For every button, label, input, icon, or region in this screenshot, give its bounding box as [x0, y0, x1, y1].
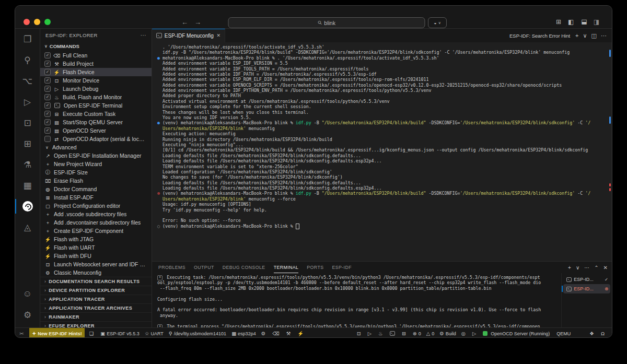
monitor-device-icon[interactable]: ⊡	[354, 328, 365, 338]
explorer-icon[interactable]: ❐	[15, 29, 40, 50]
tab-esp-idf-menuconfig[interactable]: >_ ESP-IDF Menuconfig ✕	[152, 29, 225, 42]
command-add-devcontainer-files[interactable]: + Add .devcontainer subdirectory files	[40, 218, 152, 227]
terminal-instance-esp-idf[interactable]: >_ ESP-ID... ✓	[563, 275, 610, 284]
accounts-icon[interactable]: ☺	[15, 284, 40, 304]
command-new-project-wizard[interactable]: + New Project Wizard	[40, 160, 152, 168]
command-launch-debug[interactable]: ✓ ▷ Launch Debug	[40, 85, 152, 93]
command-flash-uart[interactable]: ⚡ Flash with UART	[40, 243, 152, 252]
advanced-section-header[interactable]: ∨ Advanced	[40, 143, 152, 151]
search-icon[interactable]: ⚲	[15, 50, 40, 71]
command-add-vscode-files[interactable]: + Add .vscode subdirectory files	[40, 210, 152, 218]
build-status[interactable]: ⚙ Build	[437, 328, 459, 338]
new-terminal-icon[interactable]: +	[568, 265, 571, 271]
full-clean-icon[interactable]: ⌫	[270, 328, 283, 338]
editor-actions-label[interactable]: ESP-IDF: Search Error Hint	[509, 33, 570, 39]
warnings-count[interactable]: △ 0	[424, 328, 437, 338]
command-install-esp-adf[interactable]: ⊞ Install ESP-ADF	[40, 193, 152, 202]
terminal-dropdown-icon[interactable]: ∨	[576, 265, 579, 271]
flash-method-uart[interactable]: ☆ UART	[142, 328, 166, 338]
customize-layout-icon[interactable]: ⊞	[556, 18, 561, 26]
command-checkbox[interactable]: ✓	[44, 69, 51, 75]
device-target[interactable]: ▦ esp32p4	[229, 328, 259, 338]
esp-idf-version[interactable]: ▣ ESP-IDF v5.5.3	[98, 328, 142, 338]
command-erase-flash[interactable]: ⌧ Erase Flash	[40, 177, 152, 185]
bug-icon[interactable]: ◎	[459, 328, 470, 338]
run-and-debug-icon[interactable]: ▷	[15, 91, 40, 112]
command-launch-websocket-server[interactable]: ⊡ Launch Websocket server and IDF Mon...	[40, 260, 152, 268]
close-panel-icon[interactable]: ✕	[603, 265, 608, 271]
command-checkbox[interactable]: ✓	[44, 94, 51, 100]
panel-terminal-area[interactable]: * Executing task: /Users/mehatronika/.es…	[152, 273, 561, 327]
maximize-panel-icon[interactable]: ⌃	[594, 265, 598, 271]
custom-task-icon[interactable]: ⊟	[399, 328, 410, 338]
openocd-server-status[interactable]: OpenOCD Server (Running)	[480, 328, 552, 338]
extension-status-icon[interactable]: ❏	[87, 328, 98, 338]
command-checkbox[interactable]: ✓	[44, 61, 51, 67]
esp-component-registry-icon[interactable]: ▦	[15, 175, 40, 196]
tab-ports[interactable]: PORTS	[307, 262, 323, 273]
command-checkbox[interactable]: ✓	[44, 102, 51, 109]
command-checkbox[interactable]: ✓	[44, 77, 51, 84]
close-tab-icon[interactable]: ✕	[216, 33, 220, 38]
launch-debug-icon[interactable]: ▷	[365, 328, 376, 338]
tab-output[interactable]: OUTPUT	[194, 262, 214, 273]
toggle-secondary-sidebar-icon[interactable]: ◨	[594, 18, 599, 26]
zoom-window-button[interactable]	[44, 19, 51, 25]
espressif-idf-explorer-icon[interactable]	[15, 196, 40, 217]
command-create-component[interactable]: + Create ESP-IDF Component	[40, 227, 152, 235]
toggle-primary-sidebar-icon[interactable]: ◧	[568, 18, 574, 26]
command-doctor[interactable]: ◍ Doctor Command	[40, 185, 152, 193]
command-monitor-device[interactable]: ✓ ⊡ Monitor Device	[40, 76, 152, 85]
section-efuse-explorer[interactable]: › EFUSE EXPLORER	[40, 321, 152, 327]
run-icon[interactable]: ▷	[470, 328, 480, 338]
command-checkbox[interactable]: ✓	[44, 127, 51, 134]
testing-icon[interactable]: ⚗	[15, 154, 40, 175]
qemu-status[interactable]: QEMU	[552, 328, 573, 338]
nav-back-icon[interactable]: ←	[181, 18, 188, 26]
command-flash-jtag[interactable]: ⚡ Flash with JTAG	[40, 235, 152, 243]
command-checkbox[interactable]: ✓	[44, 111, 51, 117]
minimize-window-button[interactable]	[34, 19, 40, 25]
source-control-icon[interactable]: ⌥	[15, 71, 40, 91]
extensions-icon[interactable]: ⊞	[15, 133, 40, 154]
commands-section-header[interactable]: ∨ COMMANDS	[40, 41, 152, 51]
serial-port[interactable]: ⚲ /dev/tty.usbmodem14101	[166, 328, 229, 338]
notifications-bell-icon[interactable]: Ω	[598, 328, 609, 338]
remote-indicator-icon[interactable]: ><	[15, 331, 27, 336]
remote-controls-icon[interactable]: ❖	[587, 328, 598, 338]
terminal-icon[interactable]: >_	[387, 328, 399, 338]
command-esp-idf-size[interactable]: ⓘ ESP-IDF Size	[40, 168, 152, 177]
command-checkbox[interactable]	[44, 136, 51, 142]
build-project-icon[interactable]: ⚒	[284, 328, 295, 338]
editor-terminal-area[interactable]: . '/Users/mehatronika/.espressif/tools/a…	[152, 42, 612, 261]
command-build-project[interactable]: ✓ ⚒ Build Project	[40, 60, 152, 68]
sidebar-more-actions-icon[interactable]: ⋯	[141, 32, 146, 39]
new-esp-idf-hints-button[interactable]: ✦ New ESP-IDF Hints!	[29, 328, 84, 338]
nav-forward-icon[interactable]: →	[194, 18, 201, 26]
command-project-configuration-editor[interactable]: ▢ Project Configuration editor	[40, 202, 152, 210]
more-actions-icon[interactable]: ⋯	[584, 265, 589, 271]
new-terminal-icon[interactable]: +	[575, 32, 578, 39]
settings-gear-icon[interactable]: ⚙	[15, 304, 40, 325]
command-open-esp-idf-terminal[interactable]: ✓ >_ Open ESP-IDF Terminal	[40, 101, 152, 110]
command-execute-custom-task[interactable]: ✓ ⊟ Execute Custom Task	[40, 110, 152, 118]
command-classic-menuconfig[interactable]: ⚙ Classic Menuconfig	[40, 268, 152, 277]
command-full-clean[interactable]: ✓ ⌫ Full Clean	[40, 51, 152, 60]
build-flash-monitor-icon[interactable]: ♨	[376, 328, 387, 338]
command-open-installation-manager[interactable]: ↗ Open ESP-IDF Installation Manager	[40, 151, 152, 160]
chevron-down-icon[interactable]: ∨	[583, 32, 587, 39]
terminal-instance-esp-idf-flash[interactable]: >_ ESP-ID... ⊗	[563, 284, 610, 293]
command-checkbox[interactable]: ✓	[44, 52, 51, 58]
close-window-button[interactable]	[24, 19, 30, 25]
command-openocd-adaptor[interactable]: ⇄ OpenOCD Adaptor (serial & location)	[40, 135, 152, 143]
tab-debug-console[interactable]: DEBUG CONSOLE	[223, 262, 265, 273]
section-rainmaker[interactable]: › RAINMAKER	[40, 312, 152, 321]
command-checkbox[interactable]: ✓	[44, 86, 51, 92]
section-application-tracer-archives[interactable]: › APPLICATION TRACER ARCHIVES	[40, 303, 152, 312]
more-actions-icon[interactable]: ⋯	[601, 32, 607, 39]
menuconfig-icon[interactable]: ⚙	[259, 328, 270, 338]
command-build-flash-monitor[interactable]: ✓ ♨ Build, Flash and Monitor	[40, 93, 152, 101]
section-documentation-search-results[interactable]: › DOCUMENTATION SEARCH RESULTS	[40, 277, 152, 286]
section-application-tracer[interactable]: › APPLICATION TRACER	[40, 295, 152, 303]
tab-terminal[interactable]: TERMINAL	[274, 262, 299, 273]
